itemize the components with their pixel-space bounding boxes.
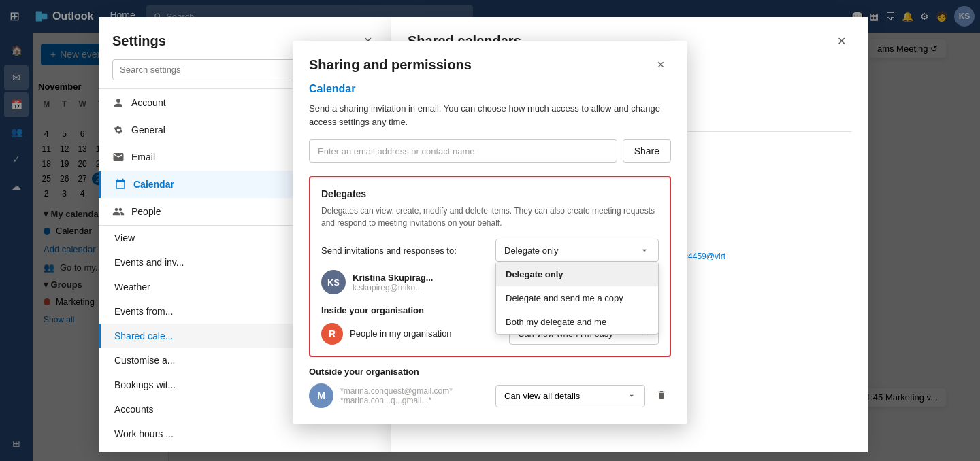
account-label: Account (131, 97, 166, 108)
trash-icon-2 (656, 390, 667, 400)
sharing-permissions-dialog: Sharing and permissions × Calendar Send … (293, 41, 687, 424)
panel-close-button[interactable]: ✕ (831, 31, 851, 51)
selected-option: Delegate only (504, 245, 559, 256)
delete-outside-person-button[interactable] (652, 386, 671, 405)
settings-icon (112, 124, 125, 136)
dropdown-item-delegate-copy[interactable]: Delegate and send me a copy (496, 286, 658, 310)
delegates-section: Delegates Delegates can view, create, mo… (309, 176, 671, 357)
outside-person-avatar: M (309, 383, 333, 408)
general-label: General (131, 124, 165, 135)
delegates-title: Delegates (321, 188, 659, 199)
send-label: Send invitations and responses to: (321, 245, 457, 256)
outside-person-email: *marina.conquest@gmail.com* (340, 386, 489, 396)
outside-person-info: *marina.conquest@gmail.com* *marina.con.… (340, 386, 489, 405)
settings-modal-title: Settings (112, 33, 166, 49)
calendar-label: Calendar (133, 179, 174, 190)
mail-icon (112, 151, 125, 163)
share-button[interactable]: Share (623, 139, 671, 163)
send-invitations-row: Send invitations and responses to: Deleg… (321, 239, 659, 262)
main-layout: 🏠 ✉ 📅 👥 ✓ ☁ ⊞ + New even... November › M… (0, 33, 980, 461)
people-icon (112, 205, 125, 218)
delegate-dropdown-button[interactable]: Delegate only (495, 239, 659, 262)
email-input-row: Share (309, 139, 671, 163)
sharing-dialog-header: Sharing and permissions × (293, 41, 687, 75)
delegate-dropdown-wrapper: Delegate only Delegate only Delegate and… (495, 239, 659, 262)
org-icon: R (321, 323, 343, 345)
outside-org-title: Outside your organisation (309, 366, 671, 377)
calendar-link[interactable]: Calendar (309, 83, 671, 95)
person-icon (112, 97, 125, 109)
people-label: People (131, 206, 161, 217)
chevron-down-icon (639, 245, 650, 256)
outside-permission-dropdown[interactable]: Can view all details (495, 385, 645, 407)
calendar-icon (114, 178, 127, 190)
email-input[interactable] (309, 139, 617, 163)
dropdown-item-delegate-only[interactable]: Delegate only (496, 262, 658, 286)
subnav-work-hours[interactable]: Work hours ... (99, 422, 391, 446)
delegate-avatar: KS (321, 270, 346, 294)
outside-org-row: M *marina.conquest@gmail.com* *marina.co… (309, 383, 671, 408)
sharing-description: Send a sharing invitation in email. You … (309, 102, 671, 129)
outside-permission-label: Can view all details (504, 391, 580, 401)
delegates-description: Delegates can view, create, modify and d… (321, 205, 659, 229)
dropdown-item-both[interactable]: Both my delegate and me (496, 310, 658, 334)
email-label: Email (131, 152, 155, 163)
org-people-label: People in my organisation (350, 328, 452, 339)
chevron-down-icon-3 (627, 391, 636, 400)
outside-org-section: Outside your organisation M *marina.conq… (309, 366, 671, 408)
delegate-dropdown-menu: Delegate only Delegate and send me a cop… (495, 262, 659, 335)
sharing-dialog-title: Sharing and permissions (309, 57, 472, 73)
sharing-dialog-body: Calendar Send a sharing invitation in em… (293, 75, 687, 424)
outside-person-email2: *marina.con...q...gmail...* (340, 396, 489, 405)
sharing-dialog-close-button[interactable]: × (651, 54, 671, 75)
